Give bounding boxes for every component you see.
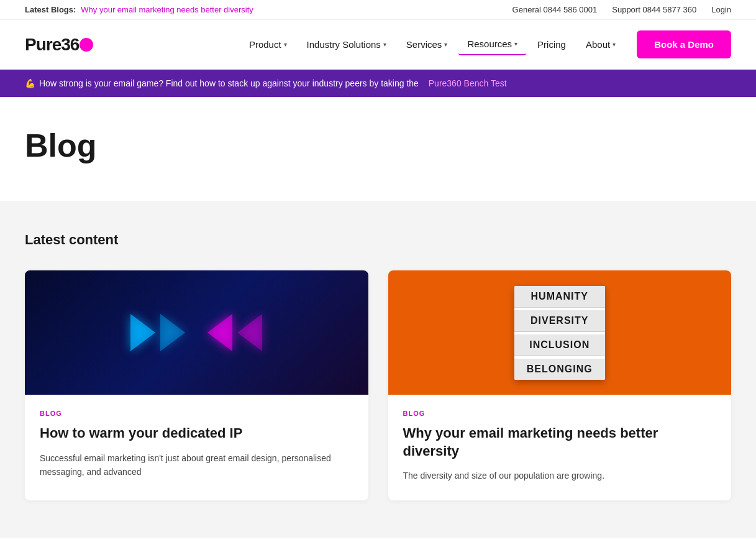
arrow-left-2 <box>237 314 262 351</box>
arrow-left-1 <box>207 314 232 351</box>
chevron-down-icon: ▾ <box>613 41 616 48</box>
card-image-diversity: HUMANITY DIVERSITY INCLUSION BELONGING <box>388 270 732 395</box>
chevron-down-icon: ▾ <box>284 41 287 48</box>
card-category-1: BLOG <box>40 410 353 417</box>
top-bar-right: General 0844 586 0001 Support 0844 5877 … <box>512 5 731 14</box>
logo-text: Pure36 <box>25 35 93 55</box>
blog-cards-grid: BLOG How to warm your dedicated IP Succe… <box>25 270 731 500</box>
arrow-right-2 <box>160 314 185 351</box>
logo[interactable]: Pure36 <box>25 35 93 55</box>
header: Pure36 Product ▾ Industry Solutions ▾ Se… <box>0 20 756 70</box>
card-excerpt-1: Successful email marketing isn't just ab… <box>40 451 353 479</box>
diversity-blocks-decoration: HUMANITY DIVERSITY INCLUSION BELONGING <box>514 286 605 380</box>
diversity-word-2: DIVERSITY <box>514 310 605 332</box>
card-category-2: BLOG <box>403 410 717 417</box>
support-phone: Support 0844 5877 360 <box>612 5 696 14</box>
logo-circle <box>80 38 93 52</box>
nav-item-about[interactable]: About ▾ <box>577 34 624 55</box>
banner-emoji: 💪 <box>25 78 35 88</box>
top-bar-left: Latest Blogs: Why your email marketing n… <box>25 5 253 14</box>
blog-card-2[interactable]: HUMANITY DIVERSITY INCLUSION BELONGING B… <box>388 270 732 500</box>
blog-card-1[interactable]: BLOG How to warm your dedicated IP Succe… <box>25 270 368 500</box>
general-phone: General 0844 586 0001 <box>512 5 598 14</box>
nav-item-pricing[interactable]: Pricing <box>529 34 575 55</box>
latest-blogs-label: Latest Blogs: <box>25 5 76 14</box>
banner-text: How strong is your email game? Find out … <box>39 78 419 88</box>
page-title: Blog <box>25 128 731 163</box>
diversity-word-3: INCLUSION <box>514 334 605 356</box>
card-title-2: Why your email marketing needs better di… <box>403 425 717 460</box>
arrow-right-1 <box>130 314 155 351</box>
content-section: Latest content BLOG How to warm your ded… <box>0 201 756 538</box>
card-body-1: BLOG How to warm your dedicated IP Succe… <box>25 395 368 496</box>
latest-blog-link[interactable]: Why your email marketing needs better di… <box>81 5 253 14</box>
card-body-2: BLOG Why your email marketing needs bett… <box>388 395 732 500</box>
promo-banner: 💪 How strong is your email game? Find ou… <box>0 70 756 97</box>
nav-item-product[interactable]: Product ▾ <box>240 34 296 55</box>
nav-item-industry-solutions[interactable]: Industry Solutions ▾ <box>298 34 395 55</box>
chevron-down-icon: ▾ <box>383 41 386 48</box>
main-nav: Product ▾ Industry Solutions ▾ Services … <box>240 30 731 58</box>
nav-item-services[interactable]: Services ▾ <box>398 34 457 55</box>
top-bar: Latest Blogs: Why your email marketing n… <box>0 0 756 20</box>
banner-link[interactable]: Pure360 Bench Test <box>429 78 507 88</box>
book-demo-button[interactable]: Book a Demo <box>637 30 731 58</box>
neon-arrows-decoration <box>130 314 262 351</box>
nav-item-resources[interactable]: Resources ▾ <box>458 34 526 55</box>
card-title-1: How to warm your dedicated IP <box>40 425 353 443</box>
chevron-down-icon: ▾ <box>444 41 447 48</box>
card-excerpt-2: The diversity and size of our population… <box>403 469 717 482</box>
login-link[interactable]: Login <box>711 5 731 14</box>
card-image-neon <box>25 270 368 395</box>
chevron-down-icon: ▾ <box>514 40 517 47</box>
page-title-section: Blog <box>0 97 756 201</box>
diversity-word-1: HUMANITY <box>514 286 605 308</box>
diversity-word-4: BELONGING <box>514 359 605 380</box>
section-label: Latest content <box>25 232 731 248</box>
